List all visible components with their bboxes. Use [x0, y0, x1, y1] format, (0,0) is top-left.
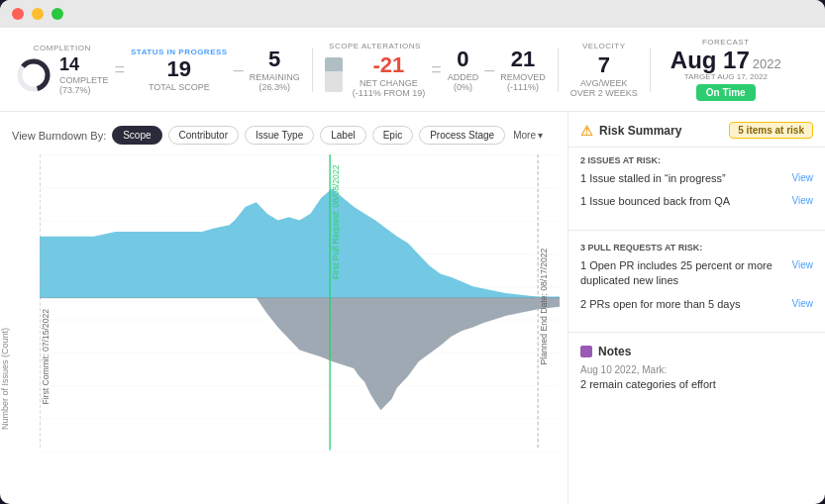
- issues-risk-section: 2 ISSUES AT RISK: 1 Issue stalled in “in…: [568, 148, 825, 226]
- more-button[interactable]: More ▾: [513, 130, 543, 141]
- minimize-dot[interactable]: [32, 8, 44, 20]
- svg-text:Planned End Date: 08/17/2022: Planned End Date: 08/17/2022: [539, 248, 549, 364]
- pulls-risk-section: 3 PULL REQUESTS AT RISK: 1 Open PR inclu…: [568, 235, 825, 328]
- filter-bar: View Burndown By: Scope Contributor Issu…: [0, 120, 567, 151]
- net-change-value: -21: [373, 52, 405, 78]
- risk-item: 1 Issue bounced back from QA View: [580, 194, 813, 209]
- chart-container: Number of Issues (Count) 20 15 10: [0, 151, 567, 504]
- risk-item-text-1: 1 Issue stalled in “in progress”: [580, 171, 788, 186]
- notes-date: Aug 10 2022, Mark:: [580, 364, 813, 375]
- scope-label: SCOPE ALTERATIONS: [329, 42, 421, 50]
- removed-label: REMOVED: [500, 72, 546, 82]
- total-scope-section: STATUS IN PROGRESS 19 TOTAL SCOPE: [131, 48, 228, 92]
- completion-block: 14 COMPLETE (73.7%): [16, 54, 109, 95]
- pulls-risk-title: 3 PULL REQUESTS AT RISK:: [580, 243, 813, 252]
- divider-pulls-notes: [568, 332, 825, 333]
- main-area: View Burndown By: Scope Contributor Issu…: [0, 112, 825, 504]
- close-dot[interactable]: [12, 8, 24, 20]
- divider-issues-pulls: [568, 230, 825, 231]
- net-change-sub: (-111% FROM 19): [353, 88, 426, 98]
- metrics-bar: COMPLETION 14 COMPLETE (73.7%) =: [0, 28, 825, 112]
- velocity-label: VELOCITY: [582, 42, 626, 50]
- issues-risk-title: 2 ISSUES AT RISK:: [580, 155, 813, 165]
- forecast-section: FORECAST Aug 17 2022 TARGET AUG 17, 2022…: [670, 38, 781, 101]
- pull-risk-text-2: 2 PRs open for more than 5 days: [580, 297, 788, 312]
- more-label: More: [513, 130, 536, 141]
- over-label: OVER 2 WEEKS: [570, 88, 638, 98]
- maximize-dot[interactable]: [52, 8, 63, 20]
- avg-week-label: AVG/WEEK: [580, 78, 627, 88]
- avg-week-value: 7: [598, 52, 610, 78]
- notes-section: Notes Aug 10 2022, Mark: 2 remain catego…: [568, 337, 825, 398]
- remaining-value: 5: [268, 47, 280, 72]
- net-change-label: NET CHANGE: [360, 78, 418, 88]
- velocity-section: VELOCITY 7 AVG/WEEK OVER 2 WEEKS: [570, 42, 638, 98]
- svg-text:First Commit: 07/15/2022: First Commit: 07/15/2022: [41, 309, 51, 405]
- view-link-1[interactable]: View: [792, 172, 814, 183]
- notes-title-text: Notes: [598, 345, 631, 358]
- minus-separator-2: –: [484, 59, 494, 80]
- remaining-pct: (26.3%): [258, 82, 290, 92]
- scope-alterations-section: SCOPE ALTERATIONS -21 NET CHANGE (-111% …: [325, 42, 426, 98]
- divider-2: [558, 48, 559, 92]
- pull-risk-text-1: 1 Open PR includes 25 percent or more du…: [580, 258, 788, 289]
- forecast-date: Aug 17: [670, 49, 750, 72]
- divider-3: [650, 48, 651, 92]
- risk-badge: 5 items at risk: [729, 122, 813, 139]
- target-label: TARGET AUG 17, 2022: [670, 72, 781, 81]
- complete-values: 14 COMPLETE (73.7%): [59, 54, 109, 95]
- main-content: COMPLETION 14 COMPLETE (73.7%) =: [0, 28, 825, 504]
- filter-scope[interactable]: Scope: [112, 126, 161, 145]
- eq-separator-1: =: [115, 59, 126, 80]
- pull-view-link-2[interactable]: View: [792, 298, 814, 309]
- risk-title: ⚠ Risk Summary: [580, 123, 681, 139]
- warning-icon: ⚠: [580, 123, 593, 139]
- complete-value: 14: [59, 54, 79, 75]
- divider-1: [312, 48, 313, 92]
- filter-contributor[interactable]: Contributor: [168, 126, 239, 145]
- pull-view-link-1[interactable]: View: [792, 259, 814, 270]
- notes-icon: [580, 346, 592, 357]
- complete-sub: COMPLETE: [59, 75, 109, 85]
- minus-separator-1: –: [234, 59, 244, 80]
- eq-separator-2: =: [431, 59, 442, 80]
- right-panel: ⚠ Risk Summary 5 items at risk 2 ISSUES …: [567, 112, 825, 504]
- filter-label[interactable]: Label: [320, 126, 365, 145]
- net-change-block: -21 NET CHANGE (-111% FROM 19): [353, 52, 426, 98]
- complete-pct: (73.7%): [59, 85, 109, 95]
- forecast-year: 2022: [753, 56, 781, 71]
- total-scope-label: TOTAL SCOPE: [149, 82, 210, 92]
- removed-sub: (-111%): [507, 82, 539, 92]
- risk-item-text-2: 1 Issue bounced back from QA: [580, 194, 788, 209]
- remaining-section: 5 REMAINING (26.3%): [250, 47, 300, 92]
- filter-process-stage[interactable]: Process Stage: [419, 126, 505, 145]
- view-link-2[interactable]: View: [792, 195, 814, 206]
- added-section: 0 ADDED (0%): [448, 47, 479, 92]
- risk-header: ⚠ Risk Summary 5 items at risk: [568, 112, 825, 148]
- svg-text:First Pull Request: 08/08/2022: First Pull Request: 08/08/2022: [331, 164, 341, 279]
- filter-issue-type[interactable]: Issue Type: [245, 126, 314, 145]
- status-label: STATUS IN PROGRESS: [131, 48, 228, 56]
- notes-title: Notes: [580, 345, 813, 358]
- remaining-label: REMAINING: [250, 72, 300, 82]
- completion-donut: [16, 57, 52, 93]
- forecast-label: FORECAST: [670, 38, 781, 47]
- added-sub: (0%): [454, 82, 472, 92]
- y-axis-label: Number of Issues (Count): [0, 328, 10, 430]
- pull-risk-item-1: 1 Open PR includes 25 percent or more du…: [580, 258, 813, 289]
- notes-text: 2 remain categories of effort: [580, 378, 813, 390]
- pull-risk-item-2: 2 PRs open for more than 5 days View: [580, 297, 813, 312]
- chevron-down-icon: ▾: [538, 130, 543, 141]
- titlebar: [0, 0, 825, 28]
- app-window: COMPLETION 14 COMPLETE (73.7%) =: [0, 0, 825, 504]
- filter-label: View Burndown By:: [12, 130, 106, 142]
- added-label: ADDED: [448, 72, 479, 82]
- removed-value: 21: [511, 47, 535, 72]
- chart-area: View Burndown By: Scope Contributor Issu…: [0, 112, 567, 504]
- risk-item: 1 Issue stalled in “in progress” View: [580, 171, 813, 186]
- risk-title-text: Risk Summary: [599, 124, 681, 138]
- removed-section: 21 REMOVED (-111%): [500, 47, 546, 92]
- added-value: 0: [457, 47, 468, 72]
- completion-label: COMPLETION: [34, 44, 91, 52]
- filter-epic[interactable]: Epic: [372, 126, 413, 145]
